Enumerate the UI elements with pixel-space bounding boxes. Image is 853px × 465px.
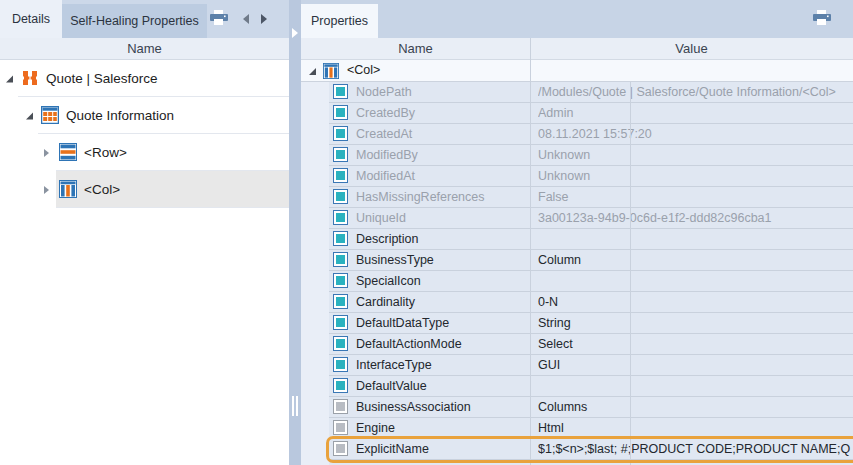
property-name: ModifiedAt: [356, 169, 526, 183]
property-row[interactable]: ExplicitName$1;$<n>;$last; #;PRODUCT COD…: [329, 439, 853, 460]
property-row[interactable]: DefaultActionModeSelect: [329, 334, 853, 355]
tree-item-cell[interactable]: <Col>: [56, 171, 289, 208]
tree-item[interactable]: <Row>: [0, 134, 289, 171]
panel-splitter[interactable]: [289, 0, 301, 465]
property-name: DefaultActionMode: [356, 337, 526, 351]
property-name: Description: [356, 232, 526, 246]
property-name: Engine: [356, 421, 526, 435]
properties-grid: <Col> NodePath/Modules/Quote | Salesforc…: [301, 60, 853, 465]
tree-item-cell[interactable]: Quote | Salesforce: [18, 60, 289, 97]
col-icon: [323, 63, 339, 79]
property-value[interactable]: GUI: [538, 358, 852, 372]
property-name: CreatedAt: [356, 127, 526, 141]
property-value[interactable]: Unknown: [538, 148, 852, 162]
col-icon: [59, 180, 77, 198]
expander-expanded-icon[interactable]: [26, 112, 33, 119]
property-row[interactable]: BusinessAssociationColumns: [329, 397, 853, 418]
property-name: BusinessAssociation: [356, 400, 526, 414]
property-muted-icon: [333, 399, 348, 414]
property-name: DefaultDataType: [356, 316, 526, 330]
splitter-grip: [296, 396, 298, 416]
splitter-expand-icon[interactable]: [292, 28, 298, 38]
column-header-value[interactable]: Value: [530, 38, 853, 59]
property-value[interactable]: Column: [538, 253, 852, 267]
property-icon: [333, 336, 348, 351]
property-name: BusinessType: [356, 253, 526, 267]
property-value[interactable]: String: [538, 316, 852, 330]
splitter-grip: [292, 396, 294, 416]
chevron-left-icon[interactable]: [243, 14, 249, 24]
root-object-row[interactable]: <Col>: [301, 60, 853, 82]
property-icon: [333, 231, 348, 246]
property-row[interactable]: Cardinality0-N: [329, 292, 853, 313]
property-row[interactable]: DefaultValue: [329, 376, 853, 397]
property-name: SpecialIcon: [356, 274, 526, 288]
expander-expanded-icon[interactable]: [309, 68, 316, 75]
tab-self-healing-properties[interactable]: Self-Healing Properties: [62, 4, 207, 38]
property-row[interactable]: Description: [329, 229, 853, 250]
column-header-name[interactable]: Name: [301, 38, 530, 59]
property-value[interactable]: 3a00123a-94b9-0c6d-e1f2-ddd82c96cba1: [538, 211, 852, 225]
property-value[interactable]: /Modules/Quote | Salesforce/Quote Inform…: [538, 85, 852, 99]
property-row[interactable]: CreatedAt08.11.2021 15:57:20: [329, 124, 853, 145]
property-icon: [333, 147, 348, 162]
tree-item-cell[interactable]: <Row>: [56, 134, 289, 171]
left-tab-strip: Details Self-Healing Properties: [0, 0, 289, 38]
property-value[interactable]: 08.11.2021 15:57:20: [538, 127, 852, 141]
chevron-right-icon[interactable]: [261, 14, 267, 24]
expander-collapsed-icon[interactable]: [44, 186, 49, 194]
property-row[interactable]: DefaultDataTypeString: [329, 313, 853, 334]
module-icon: [21, 69, 39, 87]
property-row[interactable]: ModifiedByUnknown: [329, 145, 853, 166]
row-icon: [59, 143, 77, 161]
property-row[interactable]: NodePath/Modules/Quote | Salesforce/Quot…: [329, 82, 853, 103]
property-row[interactable]: HasMissingReferencesFalse: [329, 187, 853, 208]
printer-icon[interactable]: [812, 10, 832, 27]
property-icon: [333, 315, 348, 330]
property-row[interactable]: UniqueId3a00123a-94b9-0c6d-e1f2-ddd82c96…: [329, 208, 853, 229]
tree-item-label: Quote Information: [66, 108, 174, 123]
column-divider[interactable]: [530, 38, 531, 465]
property-icon: [333, 84, 348, 99]
module-tree: Quote | SalesforceQuote Information<Row>…: [0, 60, 289, 465]
tree-item[interactable]: Quote Information: [0, 97, 289, 134]
property-row[interactable]: BusinessTypeColumn: [329, 250, 853, 271]
printer-icon[interactable]: [209, 10, 229, 27]
property-name: Cardinality: [356, 295, 526, 309]
expander-expanded-icon[interactable]: [6, 75, 13, 82]
table-icon: [41, 106, 59, 124]
property-row[interactable]: InterfaceTypeGUI: [329, 355, 853, 376]
indent-strip: [301, 60, 329, 465]
tree-item[interactable]: Quote | Salesforce: [0, 60, 289, 97]
properties-panel: Properties Name Value <Col> NodePath/Mod…: [301, 0, 853, 465]
property-value[interactable]: 0-N: [538, 295, 852, 309]
property-value[interactable]: Unknown: [538, 169, 852, 183]
property-name: InterfaceType: [356, 358, 526, 372]
property-icon: [333, 168, 348, 183]
property-value[interactable]: Select: [538, 337, 852, 351]
property-muted-icon: [333, 441, 348, 456]
property-row[interactable]: ModifiedAtUnknown: [329, 166, 853, 187]
root-object-label: <Col>: [347, 63, 380, 77]
property-row[interactable]: SpecialIcon: [329, 271, 853, 292]
property-value[interactable]: False: [538, 190, 852, 204]
property-value[interactable]: Admin: [538, 106, 852, 120]
expander-collapsed-icon[interactable]: [44, 149, 49, 157]
property-row[interactable]: EngineHtml: [329, 418, 853, 439]
tree-column-header-name[interactable]: Name: [0, 38, 289, 60]
tree-item-label: Quote | Salesforce: [46, 71, 158, 86]
property-value[interactable]: $1;$<n>;$last; #;PRODUCT CODE;PRODUCT NA…: [538, 442, 852, 456]
property-name: NodePath: [356, 85, 526, 99]
tab-properties[interactable]: Properties: [301, 4, 378, 38]
property-name: ExplicitName: [356, 442, 526, 456]
tree-item[interactable]: <Col>: [0, 171, 289, 208]
tree-item-label: <Row>: [84, 145, 127, 160]
property-row[interactable]: CreatedByAdmin: [329, 103, 853, 124]
property-value[interactable]: Html: [538, 421, 852, 435]
property-icon: [333, 252, 348, 267]
tab-details[interactable]: Details: [0, 0, 62, 38]
property-name: CreatedBy: [356, 106, 526, 120]
tree-item-cell[interactable]: Quote Information: [38, 97, 289, 134]
property-icon: [333, 210, 348, 225]
property-value[interactable]: Columns: [538, 400, 852, 414]
